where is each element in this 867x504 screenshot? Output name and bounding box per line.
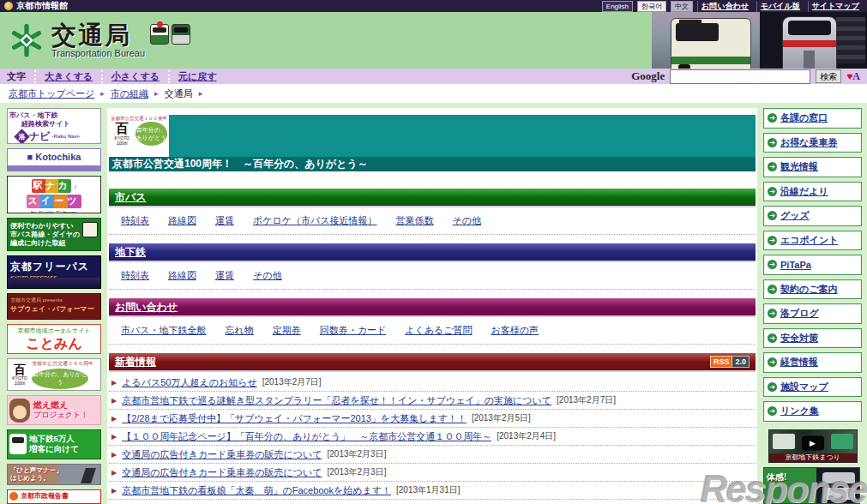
news-list-item: ▶ 地下鉄京都駅「Kotochika（コトチカ）京都」グランドオープンについて … [109,500,756,504]
banner-raku-navi[interactable]: 市バス・地下鉄 経路検索サイト 洛 ナビ -Raku Navi- [7,108,101,144]
sidebar-link-box[interactable]: ➔ グッズ [763,206,862,226]
breadcrumb-org-link[interactable]: 市の組織 [111,87,148,100]
train-face-icon [9,434,27,454]
sidebar-link-box[interactable]: ➔ 観光情報 [763,157,862,177]
city-bus-link[interactable]: 路線図 [168,214,196,227]
news-arrow-icon: ▶ [111,487,117,495]
news-list-item: ▶ 京都市営地下鉄の看板娘「太秦 萌」のFacebookを始めます！ [2013… [109,482,756,500]
news-link[interactable]: 京都市営地下鉄で巡る謎解き型スタンプラリー「忍者を探せ！！イン・サブウェイ」の実… [122,394,551,407]
contact-link[interactable]: 市バス・地下鉄全般 [121,324,207,337]
banner-kotomin-portal[interactable]: 京都市地域ポータルサイト ことみん [7,324,101,354]
news-link[interactable]: 【2/28まで応募受付中】「サブウェイ・パフォーマー2013」を大募集します！！ [122,412,467,425]
news-list: ▶ よるバス50万人超えのお知らせ [2013年2月7日] ▶ 京都市営地下鉄で… [109,374,756,504]
news-arrow-icon: ▶ [111,433,117,441]
city-bus-link[interactable]: ポケロケ（市バス接近情報） [253,214,377,227]
contact-link[interactable]: お問い合わせ [697,1,752,12]
sidebar-link-box[interactable]: ➔ お得な乗車券 [763,133,862,153]
contact-link[interactable]: お客様の声 [491,324,539,337]
news-title-link[interactable]: 新着情報 [115,353,156,370]
news-arrow-icon: ▶ [111,415,117,423]
kyoto-city-emblem-icon [4,2,13,10]
banner-moe-moe-project[interactable]: 燃え燃え プロジェクト！ [7,395,101,425]
font-reset-link[interactable]: 元に戻す [168,70,217,83]
banner-kotochika[interactable]: ■ Kotochika [7,148,101,171]
sitemap-link[interactable]: サイトマップ [808,1,863,12]
font-size-toolbar: 文字 大きくする 小さくする 元に戻す Google 検索 ♥ A [0,69,867,84]
section-header-city-bus: 市バス [109,189,756,207]
news-date: [2013年2月5日] [472,412,531,424]
contact-link[interactable]: 回数券・カード [320,324,387,337]
contact-link[interactable]: 定期券 [273,324,301,337]
sidebar-link-box[interactable]: ➔ 洛ブログ [763,303,862,324]
banner-subway-performer[interactable]: 京都市交通局 presents サブウェイ・パフォーマー [7,293,101,321]
city-bus-link[interactable]: 運賃 [215,214,234,227]
contact-links: 市バス・地下鉄全般 忘れ物 定期券 回数券・カード よくあるご質問 お客様の声 [109,317,756,345]
banner-taikan-experience[interactable]: 体感! [763,467,860,504]
hero-logo-box: 京都市公営交通１００周年 百 KYOTO 100th 百年分の、ありがとう [109,115,169,157]
lang-english-button[interactable]: English [602,1,633,12]
sidebar-link-box[interactable]: ➔ PiTaPa [763,255,862,275]
sidebar-link-box[interactable]: ➔ 施設マップ [763,377,862,398]
banner-manner-campaign[interactable]: 「ひと声マナー」 はじめよう。 [7,464,101,485]
news-arrow-icon: ▶ [111,469,117,477]
news-link[interactable]: 京都市営地下鉄の看板娘「太秦 萌」のFacebookを始めます！ [122,484,391,497]
contact-link[interactable]: よくあるご質問 [405,324,472,337]
contact-title-link[interactable]: お問い合わせ [115,301,178,313]
sidebar-link-box[interactable]: ➔ 沿線だより [763,182,862,202]
search-button[interactable]: 検索 [816,69,841,83]
header-photos [652,12,867,69]
mascots [150,24,190,45]
music-note-icon: ♪ [73,183,76,190]
subway-festival-video-thumbnail[interactable]: ▶ 京都地下鉄まつり [768,429,858,463]
google-logo: Google [631,69,665,83]
bureau-logo[interactable]: 交通局 Transportation Bureau [51,22,145,58]
subway-links: 時刻表 路線図 運賃 その他 [109,262,756,290]
banner-100th-anniversary[interactable]: 百 KYOTO 100th 京都市公営交通１００周年 百年分の、ありがとう [7,358,101,391]
go-arrow-icon: ➔ [768,138,777,147]
banner-city-report[interactable]: 京都市政報告書 [7,489,101,504]
search-input[interactable] [670,69,810,84]
news-link[interactable]: 【１００周年記念ページ】「百年分の、ありがとう」 ～京都市公営交通１００周年～ [122,430,491,443]
breadcrumb-home-link[interactable]: 京都市トップページ [9,87,94,100]
news-link[interactable]: 交通局の広告付きカード乗車券の販売について [122,448,322,461]
contact-link[interactable]: 忘れ物 [226,324,254,337]
play-icon: ▶ [802,435,824,450]
subway-title-link[interactable]: 地下鉄 [115,246,146,258]
kotochika-square-icon: ■ [27,152,33,164]
city-bus-link[interactable]: その他 [453,214,482,227]
section-header-contact: お問い合わせ [109,298,756,317]
font-larger-link[interactable]: 大きくする [34,70,93,83]
subway-link[interactable]: 時刻表 [121,269,149,282]
rss-badge[interactable]: RSS 2.0 [710,356,750,368]
mobile-version-link[interactable]: モバイル版 [756,1,804,12]
subway-link[interactable]: その他 [253,269,282,282]
accessibility-heart-icon[interactable]: ♥ A [846,70,860,83]
sidebar-link-box[interactable]: ➔ 契約のご案内 [763,279,862,300]
news-arrow-icon: ▶ [111,379,117,387]
subway-link[interactable]: 運賃 [215,269,234,282]
city-bus-title-link[interactable]: 市バス [115,191,147,203]
city-bus-link[interactable]: 営業係数 [396,214,434,227]
subway-mascot-icon [172,24,190,45]
news-link[interactable]: よるバス50万人超えのお知らせ [122,376,257,389]
subway-link[interactable]: 路線図 [168,269,196,282]
banner-subway-50k-riders[interactable]: 地下鉄5万人 増客に向けて [7,429,101,459]
font-smaller-link[interactable]: 小さくする [101,70,160,83]
city-bus-link[interactable]: 時刻表 [121,214,149,227]
hero-caption: 京都市公営交通100周年！ ～百年分の、ありがとう～ [109,157,756,171]
hero-100th-anniversary-banner[interactable]: 京都市公営交通１００周年 百 KYOTO 100th 百年分の、ありがとう 京都… [109,115,756,171]
banner-kyoto-freepass[interactable]: 京都フリーパス KYOTO FREEPASS [7,255,101,289]
site-title-link[interactable]: 京都市情報館 [16,0,68,12]
news-link[interactable]: 交通局の広告付きカード乗車券の販売について [122,466,322,479]
lang-chinese-button[interactable]: 中文 [671,1,693,12]
sidebar-link-box[interactable]: ➔ エコポイント [763,231,862,251]
news-date: [2013年2月4日] [497,430,556,442]
sidebar-link-box[interactable]: ➔ 経営情報 [763,352,862,373]
go-arrow-icon: ➔ [768,382,777,392]
banner-ekinaka-sweets[interactable]: 駅ナカ ♪ スイーツ by Kyoto Subway [7,176,101,213]
banner-bus-route-improvement[interactable]: 便利でわかりやすい 市バス路線・ダイヤの 編成に向けた取組 [7,218,101,251]
sidebar-link-box[interactable]: ➔ リンク集 [763,401,862,422]
sidebar-link-box[interactable]: ➔ 各課の窓口 [763,108,862,129]
lang-korean-button[interactable]: 한국어 [637,1,666,12]
sidebar-link-box[interactable]: ➔ 安全対策 [763,328,862,349]
